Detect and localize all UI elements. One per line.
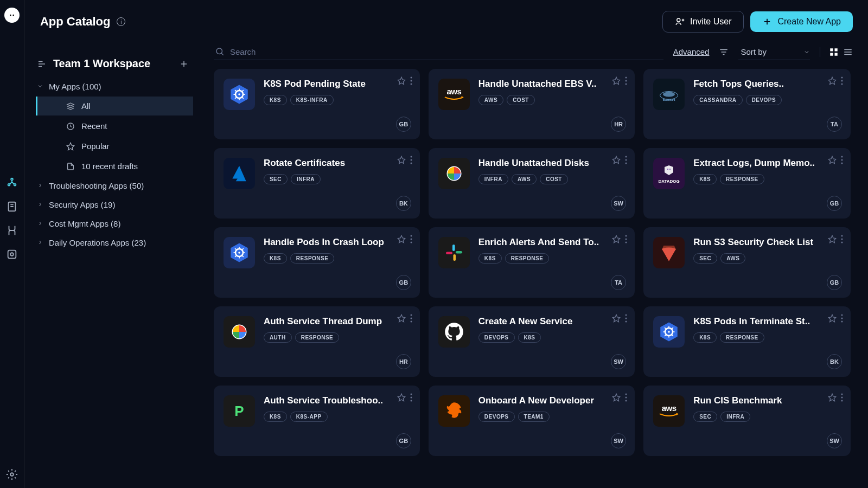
star-icon[interactable] [828,156,837,164]
star-icon[interactable] [612,393,621,402]
more-icon[interactable] [410,76,412,85]
app-card[interactable]: Enrich Alerts And Send To.. K8SRESPONSE … [429,227,635,298]
app-card[interactable]: Create A New Service DEVOPSK8S SW [429,306,635,377]
more-icon[interactable] [841,235,843,243]
sidebar-group[interactable]: Daily Operations Apps (23) [36,234,193,252]
more-icon[interactable] [625,235,627,243]
search-box[interactable] [214,43,663,60]
tag: CASSANDRA [693,95,742,105]
star-icon[interactable] [828,76,837,85]
nav-extensions-icon[interactable] [6,248,18,260]
more-icon[interactable] [841,76,843,85]
app-card[interactable]: aws Run CIS Benchmark SECINFRA SW [643,386,851,456]
star-icon[interactable] [397,156,406,164]
more-icon[interactable] [841,156,843,164]
svg-point-80 [841,397,843,399]
owner-avatar[interactable]: BK [827,354,842,369]
app-card[interactable]: Run S3 Security Check List SECAWS GB [643,227,851,298]
owner-avatar[interactable]: SW [611,433,626,448]
more-icon[interactable] [625,156,627,164]
app-card[interactable]: aws Handle Unattached EBS V.. AWSCOST HR [429,69,635,139]
star-icon[interactable] [397,235,406,243]
more-icon[interactable] [625,314,627,323]
svg-point-79 [841,394,843,395]
list-view-icon[interactable] [843,47,853,57]
svg-point-75 [410,400,412,402]
owner-avatar[interactable]: TA [827,117,842,132]
app-logo-icon [653,316,685,348]
app-card[interactable]: K8S Pod Pending State K8SK8S-INFRA GB [214,69,420,139]
owner-avatar[interactable]: SW [611,354,626,369]
app-card[interactable]: P Auth Service Troubleshoo.. K8SK8S-APP … [214,386,420,456]
owner-avatar[interactable]: HR [396,354,411,369]
star-icon[interactable] [397,76,406,85]
search-input[interactable] [230,47,662,56]
settings-icon[interactable] [6,468,18,480]
star-icon[interactable] [828,235,837,243]
star-icon[interactable] [612,76,621,85]
sidebar-group[interactable]: Security Apps (19) [36,196,193,214]
info-icon[interactable]: i [117,17,125,26]
grid-view-icon[interactable] [829,47,839,57]
app-logo[interactable] [4,8,20,23]
sidebar-group[interactable]: Troubleshooting Apps (50) [36,177,193,195]
sidebar-group[interactable]: My Apps (100) [36,78,193,95]
svg-point-18 [238,93,240,95]
more-icon[interactable] [410,156,412,164]
app-card[interactable]: DATADOG Extract Logs, Dump Memo.. K8SRES… [643,148,851,219]
sort-select[interactable]: Sort by [738,44,810,60]
star-icon[interactable] [612,235,621,243]
app-title: Rotate Certificates [264,158,410,169]
add-workspace-icon[interactable] [179,59,189,69]
app-card[interactable]: K8S Pods In Terminate St.. K8SRESPONSE B… [643,306,851,377]
owner-avatar[interactable]: SW [611,196,626,211]
create-app-button[interactable]: Create New App [750,11,853,32]
star-icon[interactable] [397,393,406,402]
advanced-search-link[interactable]: Advanced [673,47,710,56]
invite-user-button[interactable]: Invite User [662,11,744,33]
star-icon[interactable] [612,314,621,323]
star-icon[interactable] [612,156,621,164]
app-logo-icon: cassandra [653,79,685,110]
filter-icon[interactable] [719,47,729,57]
owner-avatar[interactable]: GB [396,275,411,290]
sidebar-group[interactable]: Cost Mgmt Apps (8) [36,215,193,233]
star-icon[interactable] [397,314,406,323]
owner-avatar[interactable]: GB [396,117,411,132]
more-icon[interactable] [410,235,412,243]
nav-docs-icon[interactable] [6,201,18,213]
owner-avatar[interactable]: GB [827,275,842,290]
svg-point-54 [626,239,627,240]
app-card[interactable]: Handle Unattached Disks INFRAAWSCOST SW [429,148,635,219]
owner-avatar[interactable]: BK [396,196,411,211]
owner-avatar[interactable]: GB [827,196,842,211]
sidebar-item[interactable]: 10 recent drafts [36,157,193,176]
star-icon[interactable] [828,314,837,323]
nav-shortcuts-icon[interactable] [6,224,18,236]
more-icon[interactable] [841,393,843,402]
sidebar-item[interactable]: Popular [36,137,193,156]
sidebar-item[interactable]: Recent [36,117,193,136]
nav-workflows-icon[interactable] [6,177,18,189]
app-card[interactable]: Rotate Certificates SECINFRA BK [214,148,420,219]
more-icon[interactable] [625,76,627,85]
app-card[interactable]: Handle Pods In Crash Loop K8SRESPONSE GB [214,227,420,298]
app-title: Create A New Service [478,316,625,327]
owner-avatar[interactable]: TA [611,275,626,290]
app-card[interactable]: cassandra Fetch Tops Queries.. CASSANDRA… [643,69,851,139]
more-icon[interactable] [841,314,843,323]
tag: K8S [264,253,287,264]
owner-avatar[interactable]: SW [827,433,842,448]
svg-rect-13 [835,48,838,51]
owner-avatar[interactable]: HR [611,117,626,132]
owner-avatar[interactable]: GB [396,433,411,448]
chevron-icon [37,200,43,209]
more-icon[interactable] [625,393,627,402]
sidebar-item[interactable]: All [36,97,193,115]
more-icon[interactable] [410,314,412,323]
tag-list: K8SRESPONSE [478,253,625,264]
app-card[interactable]: Onboard A New Developer DEVOPSTEAM1 SW [429,386,635,456]
star-icon[interactable] [828,393,837,402]
app-card[interactable]: Auth Service Thread Dump AUTHRESPONSE HR [214,306,420,377]
more-icon[interactable] [410,393,412,402]
